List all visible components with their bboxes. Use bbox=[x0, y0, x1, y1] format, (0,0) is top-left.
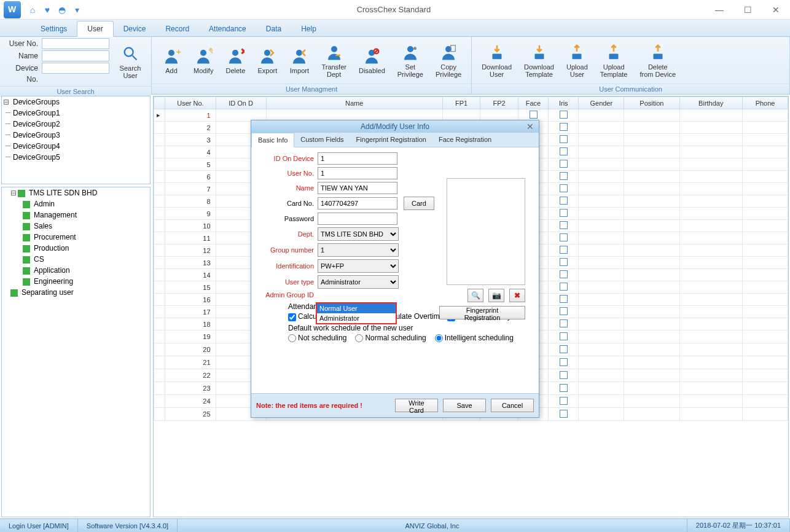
user-type-dropdown-open[interactable]: Normal UserAdministrator bbox=[316, 302, 397, 324]
card-no-field[interactable] bbox=[318, 197, 397, 209]
dept-item[interactable]: Sales bbox=[2, 221, 150, 232]
dept-item[interactable]: Application bbox=[2, 265, 150, 276]
password-field[interactable] bbox=[318, 213, 397, 225]
zoom-photo-button[interactable]: 🔍 bbox=[467, 289, 483, 302]
delete-photo-button[interactable]: ✖ bbox=[509, 289, 525, 302]
dialog-tab-fingerprint-registration[interactable]: Fingerprint Registration bbox=[350, 133, 432, 147]
close-button[interactable]: ✕ bbox=[762, 1, 790, 19]
menu-tab-help[interactable]: Help bbox=[291, 22, 326, 36]
download-user-button[interactable]: DownloadUser bbox=[475, 40, 518, 80]
menu-tab-user[interactable]: User bbox=[77, 21, 113, 37]
upload-template-button[interactable]: UploadTemplate bbox=[594, 40, 634, 80]
menu-tab-attendance[interactable]: Attendance bbox=[199, 22, 256, 36]
login-user-status: Login User [ADMIN] bbox=[0, 519, 78, 532]
dept-item[interactable]: Production bbox=[2, 243, 150, 254]
upload-user-button[interactable]: UploadUser bbox=[560, 40, 594, 80]
device-group-item[interactable]: DeviceGroup1 bbox=[2, 108, 150, 119]
user-type-option[interactable]: Administrator bbox=[317, 313, 396, 323]
write-card-button[interactable]: Write Card bbox=[395, 399, 438, 412]
menu-tab-settings[interactable]: Settings bbox=[31, 22, 77, 36]
col-id-on-d[interactable]: ID On D bbox=[216, 97, 266, 109]
menu-tab-data[interactable]: Data bbox=[256, 22, 291, 36]
name-field[interactable] bbox=[318, 182, 397, 194]
svg-point-10 bbox=[331, 46, 337, 52]
dialog-tab-basic-info[interactable]: Basic Info bbox=[251, 133, 294, 147]
col-face[interactable]: Face bbox=[518, 97, 548, 109]
col-fp2[interactable]: FP2 bbox=[480, 97, 518, 109]
device-group-item[interactable]: DeviceGroup5 bbox=[2, 152, 150, 163]
maximize-button[interactable]: ☐ bbox=[733, 1, 762, 19]
fingerprint-registration-button[interactable]: Fingerprint Registration bbox=[439, 306, 525, 319]
identification-select[interactable]: PW+FP bbox=[318, 259, 399, 273]
col-iris[interactable]: Iris bbox=[549, 97, 579, 109]
dept-item[interactable]: Admin bbox=[2, 198, 150, 209]
minimize-button[interactable]: — bbox=[705, 1, 733, 19]
svg-point-6 bbox=[232, 50, 238, 56]
cancel-button[interactable]: Cancel bbox=[491, 399, 534, 412]
home-icon[interactable]: ⌂ bbox=[27, 4, 38, 15]
camera-button[interactable]: 📷 bbox=[488, 289, 504, 302]
import-button[interactable]: Import bbox=[283, 44, 315, 77]
card-button[interactable]: Card bbox=[404, 197, 434, 210]
dept-tree[interactable]: TMS LITE SDN BHD AdminManagementSalesPro… bbox=[1, 187, 151, 517]
device-group-item[interactable]: DeviceGroup4 bbox=[2, 141, 150, 152]
group-number-select[interactable]: 1 bbox=[318, 243, 399, 257]
user-no-input[interactable] bbox=[42, 38, 109, 49]
user-type-option[interactable]: Normal User bbox=[317, 303, 396, 313]
menu-tab-record[interactable]: Record bbox=[155, 22, 199, 36]
name-input[interactable] bbox=[42, 50, 109, 61]
id-on-device-input[interactable] bbox=[318, 152, 397, 165]
device-tree[interactable]: DeviceGroups DeviceGroup1DeviceGroup2Dev… bbox=[1, 96, 151, 184]
intelligent-scheduling-radio[interactable]: Intelligent scheduling bbox=[435, 334, 514, 342]
user-type-select[interactable]: Administrator bbox=[318, 275, 399, 289]
dialog-close-button[interactable]: ✕ bbox=[526, 122, 534, 131]
dialog-tabs: Basic InfoCustom FieldsFingerprint Regis… bbox=[251, 133, 539, 147]
dropdown-icon[interactable]: ▾ bbox=[71, 4, 82, 15]
device-tree-root[interactable]: DeviceGroups bbox=[2, 96, 150, 108]
dialog-tab-face-registration[interactable]: Face Registration bbox=[432, 133, 498, 147]
person-icon bbox=[324, 42, 344, 62]
menu-tab-device[interactable]: Device bbox=[114, 22, 156, 36]
col-rowhead[interactable] bbox=[154, 97, 165, 109]
device-no-input[interactable] bbox=[42, 63, 109, 74]
col-phone[interactable]: Phone bbox=[743, 97, 788, 109]
transfer-dept-button[interactable]: TransferDept bbox=[315, 40, 353, 80]
device-group-item[interactable]: DeviceGroup3 bbox=[2, 130, 150, 141]
dept-item[interactable]: Management bbox=[2, 209, 150, 221]
dept-item[interactable]: Engineering bbox=[2, 276, 150, 287]
copy-privilege-button[interactable]: CopyPrivilege bbox=[429, 40, 467, 80]
search-user-button[interactable]: Search User bbox=[113, 41, 147, 82]
disabled-button[interactable]: Disabled bbox=[353, 44, 391, 77]
col-fp1[interactable]: FP1 bbox=[442, 97, 480, 109]
download-template-button[interactable]: DownloadTemplate bbox=[518, 40, 560, 80]
device-group-item[interactable]: DeviceGroup2 bbox=[2, 119, 150, 130]
dept-select[interactable]: TMS LITE SDN BHD bbox=[318, 227, 399, 241]
col-birthday[interactable]: Birthday bbox=[679, 97, 743, 109]
name-label: Name bbox=[4, 50, 41, 61]
set-privilege-button[interactable]: SetPrivilege bbox=[391, 40, 429, 80]
dialog-tab-custom-fields[interactable]: Custom Fields bbox=[294, 133, 350, 147]
export-button[interactable]: Export bbox=[251, 44, 283, 77]
separating-user[interactable]: Separating user bbox=[2, 287, 150, 298]
col-user-no.[interactable]: User No. bbox=[165, 97, 216, 109]
col-position[interactable]: Position bbox=[624, 97, 679, 109]
save-button[interactable]: Save bbox=[443, 399, 486, 412]
search-icon bbox=[120, 44, 140, 63]
col-name[interactable]: Name bbox=[266, 97, 442, 109]
dept-item[interactable]: Procurement bbox=[2, 232, 150, 243]
add-button[interactable]: +Add bbox=[155, 44, 187, 77]
dept-item[interactable]: CS bbox=[2, 254, 150, 265]
delete-from-device-button[interactable]: Deletefrom Device bbox=[633, 40, 682, 80]
shield2-icon[interactable]: ◓ bbox=[57, 4, 68, 15]
photo-placeholder bbox=[447, 178, 525, 285]
normal-scheduling-radio[interactable]: Normal scheduling bbox=[355, 334, 426, 342]
svg-rect-22 bbox=[653, 54, 662, 60]
modify-button[interactable]: ✎Modify bbox=[187, 44, 219, 77]
col-gender[interactable]: Gender bbox=[579, 97, 624, 109]
delete-button[interactable]: ✖Delete bbox=[219, 44, 251, 77]
user-no-field[interactable] bbox=[318, 167, 397, 179]
shield-icon[interactable]: ♥ bbox=[42, 4, 53, 15]
not-scheduling-radio[interactable]: Not scheduling bbox=[288, 334, 346, 342]
svg-rect-20 bbox=[573, 54, 582, 60]
dept-root[interactable]: TMS LITE SDN BHD bbox=[2, 187, 150, 198]
